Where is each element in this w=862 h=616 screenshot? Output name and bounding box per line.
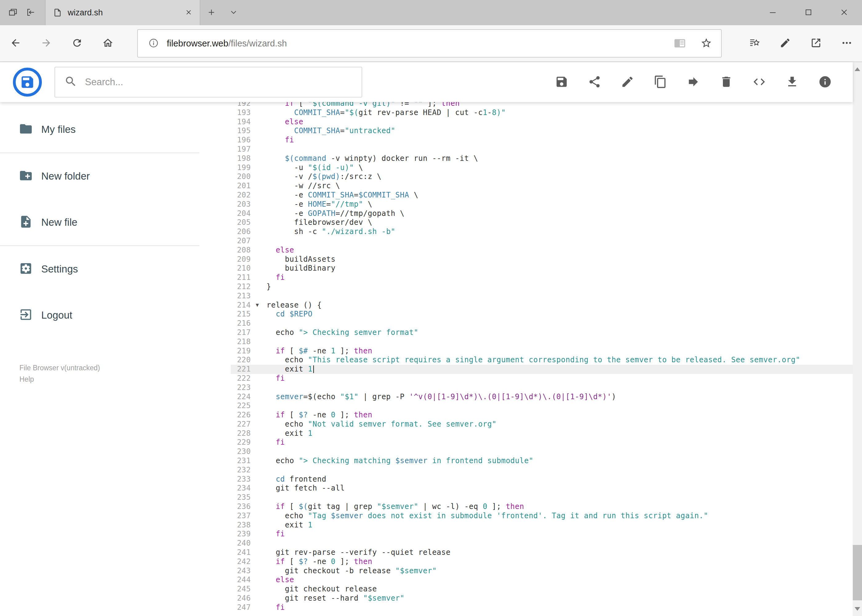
code-line[interactable]: 217 echo "> Checking semver format" bbox=[231, 328, 853, 337]
scrollbar-thumb[interactable] bbox=[853, 545, 862, 600]
site-info-button[interactable] bbox=[145, 35, 162, 52]
code-line[interactable]: 192 if [ "$(command -v git)" != "" ]; th… bbox=[231, 102, 853, 108]
line-number[interactable]: 233 bbox=[231, 475, 251, 484]
code-line[interactable]: 204 -e GOPATH=//tmp/gopath \ bbox=[231, 209, 853, 218]
line-number[interactable]: 238 bbox=[231, 521, 251, 530]
set-tabs-aside-button[interactable] bbox=[26, 7, 36, 18]
back-button[interactable] bbox=[0, 25, 31, 61]
code-line[interactable]: 244 else bbox=[231, 575, 853, 585]
download-button[interactable] bbox=[785, 75, 799, 89]
code-line[interactable]: 231 echo "> Checking matching $semver in… bbox=[231, 456, 853, 466]
fold-arrow-icon[interactable]: ▾ bbox=[256, 300, 259, 310]
code-line[interactable]: 207 bbox=[231, 236, 853, 246]
home-button[interactable] bbox=[92, 25, 123, 61]
line-number[interactable]: 205 bbox=[231, 218, 251, 227]
code-line[interactable]: 225 bbox=[231, 401, 853, 410]
line-number[interactable]: 226 bbox=[231, 410, 251, 420]
code-line[interactable]: 239 fi bbox=[231, 530, 853, 539]
line-number[interactable]: 246 bbox=[231, 594, 251, 603]
scrollbar-down-arrow[interactable] bbox=[853, 602, 862, 616]
tab-preview-button[interactable] bbox=[8, 7, 18, 18]
code-line[interactable]: 232 bbox=[231, 466, 853, 475]
code-line[interactable]: 205 filebrowser/dev \ bbox=[231, 218, 853, 227]
tab-close-button[interactable] bbox=[182, 6, 195, 19]
line-number[interactable]: 212 bbox=[231, 282, 251, 292]
share-button[interactable] bbox=[588, 75, 601, 89]
move-button[interactable] bbox=[687, 75, 700, 89]
code-line[interactable]: 234 git fetch --all bbox=[231, 484, 853, 493]
code-line[interactable]: 206 sh -c "./wizard.sh -b" bbox=[231, 227, 853, 236]
line-number[interactable]: 201 bbox=[231, 181, 251, 191]
code-line[interactable]: 194 else bbox=[231, 118, 853, 127]
line-number[interactable]: 198 bbox=[231, 154, 251, 163]
code-line[interactable]: 219 if [ $# -ne 1 ]; then bbox=[231, 347, 853, 356]
code-editor[interactable]: 192 if [ "$(command -v git)" != "" ]; th… bbox=[231, 102, 853, 616]
scrollbar-up-arrow[interactable] bbox=[853, 62, 862, 76]
line-number[interactable]: 237 bbox=[231, 511, 251, 521]
code-line[interactable]: 223 bbox=[231, 383, 853, 393]
code-line[interactable]: 201 -w //src \ bbox=[231, 181, 853, 191]
help-link[interactable]: Help bbox=[19, 374, 231, 385]
rename-button[interactable] bbox=[621, 75, 634, 89]
page-scrollbar[interactable] bbox=[853, 62, 862, 616]
code-line[interactable]: 214▾release () { bbox=[231, 301, 853, 310]
line-number[interactable]: 195 bbox=[231, 126, 251, 136]
sidebar-item-new-file[interactable]: New file bbox=[0, 199, 231, 245]
code-line[interactable]: 209 buildAssets bbox=[231, 255, 853, 264]
sidebar-item-settings[interactable]: Settings bbox=[0, 246, 231, 292]
line-number[interactable]: 209 bbox=[231, 255, 251, 264]
code-line[interactable]: 226 if [ $? -ne 0 ]; then bbox=[231, 410, 853, 420]
browser-menu-button[interactable] bbox=[831, 25, 862, 61]
line-number[interactable]: 224 bbox=[231, 393, 251, 402]
reading-view-button[interactable] bbox=[672, 35, 688, 51]
line-number[interactable]: 216 bbox=[231, 319, 251, 328]
line-number[interactable]: 215 bbox=[231, 310, 251, 319]
sidebar-item-logout[interactable]: Logout bbox=[0, 292, 231, 338]
line-number[interactable]: 235 bbox=[231, 493, 251, 502]
code-line[interactable]: 199 -u "$(id -u)" \ bbox=[231, 163, 853, 173]
code-line[interactable]: 243 git checkout -b release "$semver" bbox=[231, 566, 853, 576]
code-line[interactable]: 247 fi bbox=[231, 603, 853, 612]
line-number[interactable]: 217 bbox=[231, 328, 251, 337]
code-line[interactable]: 198 $(command -v winpty) docker run --rm… bbox=[231, 154, 853, 163]
sidebar-item-new-folder[interactable]: New folder bbox=[0, 153, 231, 199]
delete-button[interactable] bbox=[720, 75, 733, 89]
code-line[interactable]: 213 bbox=[231, 292, 853, 301]
address-bar[interactable]: filebrowser.web/files/wizard.sh bbox=[137, 29, 722, 58]
line-number[interactable]: 193 bbox=[231, 108, 251, 118]
line-number[interactable]: 197 bbox=[231, 145, 251, 154]
code-line[interactable]: 215 cd $REPO bbox=[231, 310, 853, 319]
code-line[interactable]: 235 bbox=[231, 493, 853, 502]
code-line[interactable]: 203 -e HOME="//tmp" \ bbox=[231, 200, 853, 209]
share-page-button[interactable] bbox=[801, 25, 831, 61]
code-line[interactable]: 236 if [ $(git tag | grep "$semver" | wc… bbox=[231, 502, 853, 511]
copy-button[interactable] bbox=[654, 75, 667, 89]
code-line[interactable]: 211 fi bbox=[231, 273, 853, 282]
line-number[interactable]: 243 bbox=[231, 566, 251, 576]
line-number[interactable]: 207 bbox=[231, 236, 251, 246]
raw-view-button[interactable] bbox=[752, 75, 766, 89]
line-number[interactable]: 199 bbox=[231, 163, 251, 173]
code-line[interactable]: 224 semver=$(echo "$1" | grep -P '^v(0|[… bbox=[231, 393, 853, 402]
line-number[interactable]: 227 bbox=[231, 420, 251, 429]
line-number[interactable]: 214▾ bbox=[231, 301, 251, 310]
line-number[interactable]: 244 bbox=[231, 575, 251, 585]
code-line[interactable]: 237 echo "Tag $semver does not exist in … bbox=[231, 511, 853, 521]
line-number[interactable]: 230 bbox=[231, 447, 251, 456]
code-line[interactable]: 193 COMMIT_SHA="$(git rev-parse HEAD | c… bbox=[231, 108, 853, 118]
code-line[interactable]: 228 exit 1 bbox=[231, 429, 853, 438]
line-number[interactable]: 213 bbox=[231, 292, 251, 301]
line-number[interactable]: 196 bbox=[231, 136, 251, 145]
line-number[interactable]: 245 bbox=[231, 585, 251, 594]
search-input[interactable] bbox=[85, 77, 362, 88]
line-number[interactable]: 221 bbox=[231, 365, 251, 374]
line-number[interactable]: 234 bbox=[231, 484, 251, 493]
line-number[interactable]: 236 bbox=[231, 502, 251, 511]
code-line[interactable]: 240 bbox=[231, 539, 853, 548]
maximize-button[interactable] bbox=[791, 0, 826, 25]
code-line[interactable]: 233 cd frontend bbox=[231, 475, 853, 484]
code-line[interactable]: 238 exit 1 bbox=[231, 521, 853, 530]
code-line[interactable]: 246 git reset --hard "$semver" bbox=[231, 594, 853, 603]
line-number[interactable]: 219 bbox=[231, 347, 251, 356]
line-number[interactable]: 232 bbox=[231, 466, 251, 475]
